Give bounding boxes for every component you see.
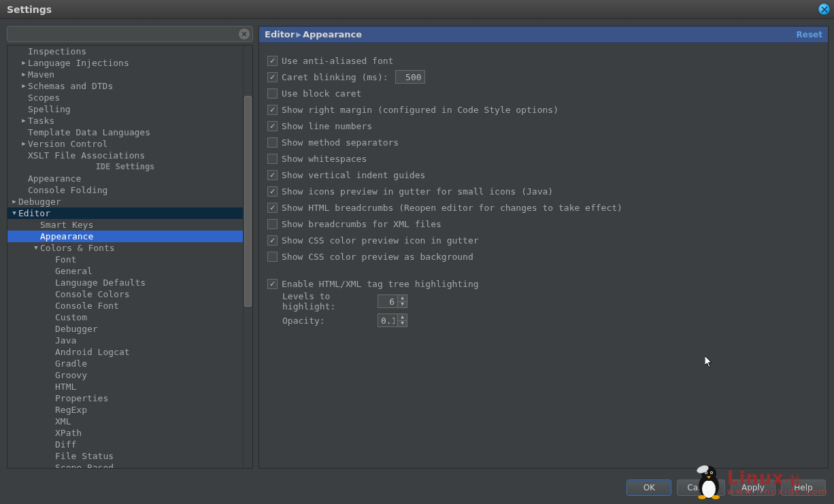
scrollbar-thumb[interactable]: [244, 96, 252, 307]
checkbox-icon[interactable]: [267, 219, 278, 229]
checkbox-icon[interactable]: [267, 154, 278, 164]
opt-right-margin[interactable]: Show right margin (configured in Code St…: [267, 101, 820, 118]
apply-button[interactable]: Apply: [731, 480, 775, 496]
cancel-button[interactable]: Cancel: [677, 480, 725, 496]
tree-item[interactable]: ▶Smart Keys: [7, 219, 243, 231]
tree-item[interactable]: ▶Language Defaults: [7, 277, 243, 288]
spinner-icon[interactable]: ▲▼: [398, 314, 407, 327]
tree-item[interactable]: ▶Appearance: [7, 231, 243, 242]
opt-xml-breadcrumbs[interactable]: Show breadcrumbs for XML files: [267, 216, 820, 232]
chevron-right-icon[interactable]: ▶: [20, 57, 28, 69]
checkbox-icon[interactable]: [267, 170, 278, 180]
tree-item[interactable]: ▶Properties: [7, 392, 243, 404]
levels-input[interactable]: [378, 295, 398, 308]
opt-gutter-icons[interactable]: Show icons preview in gutter for small i…: [267, 183, 820, 199]
tree-item[interactable]: ▼Colors & Fonts: [7, 242, 243, 254]
reset-link[interactable]: Reset: [797, 30, 822, 39]
tree-item[interactable]: ▶Template Data Languages: [7, 127, 243, 138]
tree-item[interactable]: ▶Console Folding: [7, 184, 243, 196]
tree-item[interactable]: ▶RegExp: [7, 404, 243, 416]
search-input[interactable]: [7, 27, 252, 41]
tree-item[interactable]: ▶Console Colors: [7, 288, 243, 300]
tree-item[interactable]: ▶Spelling: [7, 103, 243, 115]
tree-item[interactable]: ▶File Status: [7, 450, 243, 462]
tree-item[interactable]: ▶Groovy: [7, 369, 243, 381]
checkbox-icon[interactable]: [267, 186, 278, 197]
tree-item[interactable]: ▶Diff: [7, 439, 243, 450]
checkbox-icon[interactable]: [267, 235, 278, 246]
chevron-right-icon[interactable]: ▶: [20, 69, 28, 80]
spinner-icon[interactable]: ▲▼: [398, 295, 407, 308]
tree-item[interactable]: ▼Editor: [7, 207, 243, 219]
checkbox-icon[interactable]: [267, 252, 278, 262]
tree-item[interactable]: ▶Debugger: [7, 196, 243, 207]
tree-item[interactable]: ▶Font: [7, 254, 243, 265]
opt-indent-guides[interactable]: Show vertical indent guides: [267, 167, 820, 183]
right-column: Editor ▶ Appearance Reset Use anti-alias…: [258, 26, 829, 469]
tree-item-label: Console Folding: [28, 184, 107, 196]
chevron-down-icon[interactable]: ▼: [32, 242, 40, 254]
checkbox-icon[interactable]: [267, 56, 278, 66]
checkbox-icon[interactable]: [267, 121, 278, 131]
chevron-right-icon[interactable]: ▶: [10, 196, 18, 207]
opt-anti-aliased[interactable]: Use anti-aliased font: [267, 52, 820, 69]
opacity-input[interactable]: [378, 314, 398, 327]
ok-button[interactable]: OK: [627, 480, 671, 496]
tree-item-label: Editor: [18, 207, 50, 219]
opt-html-breadcrumbs[interactable]: Show HTML breadcrumbs (Reopen editor for…: [267, 199, 820, 216]
caret-blink-input[interactable]: [395, 70, 425, 84]
checkbox-icon[interactable]: [267, 88, 278, 99]
tree-item[interactable]: ▶Tasks: [7, 115, 243, 127]
chevron-right-icon[interactable]: ▶: [20, 138, 28, 150]
chevron-right-icon[interactable]: ▶: [20, 80, 28, 92]
opt-tag-tree[interactable]: Enable HTML/XML tag tree highlighting: [267, 275, 820, 292]
checkbox-icon[interactable]: [267, 137, 278, 148]
chevron-right-icon[interactable]: ▶: [20, 115, 28, 127]
tree-item[interactable]: ▶XPath: [7, 427, 243, 439]
tree-item-label: XPath: [55, 427, 82, 439]
opt-whitespaces[interactable]: Show whitespaces: [267, 150, 820, 167]
checkbox-icon[interactable]: [267, 279, 278, 289]
opt-block-caret[interactable]: Use block caret: [267, 85, 820, 101]
tree-item[interactable]: ▶Console Font: [7, 300, 243, 312]
close-icon[interactable]: [818, 3, 830, 15]
opt-caret-blinking[interactable]: Caret blinking (ms):: [267, 69, 820, 85]
tree-item-label: Custom: [55, 312, 87, 323]
tree-item[interactable]: ▶Custom: [7, 312, 243, 323]
checkbox-icon[interactable]: [267, 105, 278, 115]
search-field[interactable]: [7, 26, 253, 42]
tree-item[interactable]: ▶XSLT File Associations: [7, 150, 243, 161]
chevron-down-icon[interactable]: ▼: [10, 207, 18, 219]
opt-label: Levels to highlight:: [282, 291, 378, 312]
chevron-right-icon: ▶: [296, 31, 301, 38]
tree-item[interactable]: ▶Schemas and DTDs: [7, 80, 243, 92]
tree-item[interactable]: ▶Inspections: [7, 46, 243, 57]
tree-item[interactable]: ▶Scope Based: [7, 462, 243, 468]
tree-item-label: Diff: [55, 439, 76, 450]
tree-item[interactable]: ▶Language Injections: [7, 57, 243, 69]
opt-line-numbers[interactable]: Show line numbers: [267, 118, 820, 134]
tree-scrollbar[interactable]: [243, 46, 252, 468]
tree-item[interactable]: ▶Appearance: [7, 173, 243, 184]
help-button[interactable]: Help: [781, 480, 826, 496]
tree-item-label: Schemas and DTDs: [28, 80, 113, 92]
checkbox-icon[interactable]: [267, 72, 278, 82]
tree-item[interactable]: ▶XML: [7, 416, 243, 427]
opt-css-background[interactable]: Show CSS color preview as background: [267, 248, 820, 265]
tree-item[interactable]: ▶Android Logcat: [7, 346, 243, 358]
tree-item[interactable]: ▶Java: [7, 335, 243, 346]
tree-item[interactable]: ▶General: [7, 265, 243, 277]
content: ▶Inspections▶Language Injections▶Maven▶S…: [0, 19, 834, 471]
tree-item[interactable]: ▶Debugger: [7, 323, 243, 335]
clear-search-icon[interactable]: [239, 29, 250, 39]
tree-items: ▶Inspections▶Language Injections▶Maven▶S…: [7, 46, 243, 468]
tree-item[interactable]: ▶HTML: [7, 381, 243, 392]
tree-item-label: XML: [55, 416, 71, 427]
opt-method-separators[interactable]: Show method separators: [267, 134, 820, 150]
opt-css-gutter[interactable]: Show CSS color preview icon in gutter: [267, 232, 820, 248]
tree-item[interactable]: ▶Scopes: [7, 92, 243, 103]
tree-item[interactable]: ▶Gradle: [7, 358, 243, 369]
tree-item[interactable]: ▶Version Control: [7, 138, 243, 150]
checkbox-icon[interactable]: [267, 203, 278, 213]
tree-item[interactable]: ▶Maven: [7, 69, 243, 80]
